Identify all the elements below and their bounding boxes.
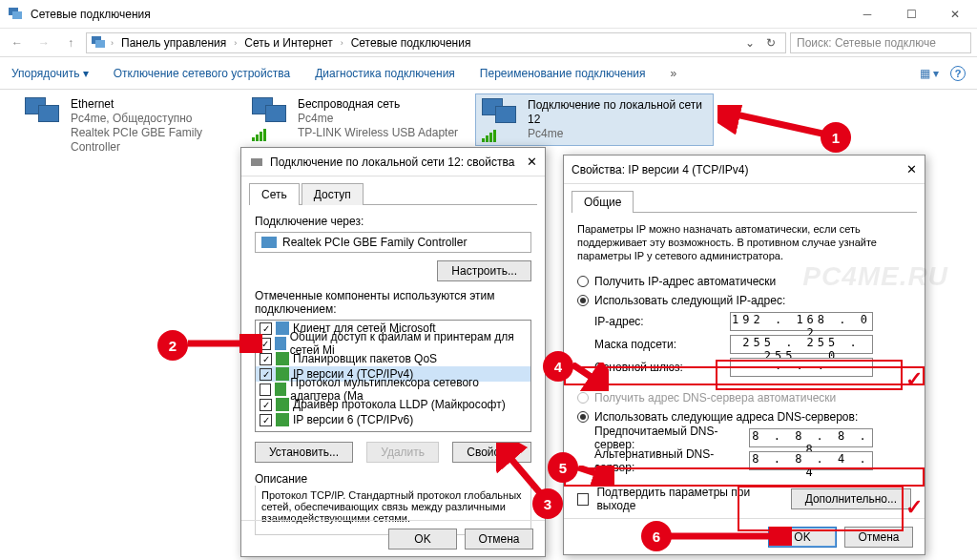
svg-rect-6 xyxy=(276,321,289,335)
tab-general[interactable]: Общие xyxy=(572,191,634,213)
breadcrumb[interactable]: › Панель управления › Сеть и Интернет › … xyxy=(86,32,786,53)
command-bar: Упорядочить ▾ Отключение сетевого устрой… xyxy=(0,57,977,90)
svg-rect-5 xyxy=(261,237,277,248)
back-button[interactable]: ← xyxy=(6,31,29,54)
svg-rect-4 xyxy=(251,158,262,166)
description-heading: Описание xyxy=(255,472,531,486)
cancel-button[interactable]: Отмена xyxy=(844,527,913,548)
checkmark-icon: ✓ xyxy=(905,495,923,520)
disable-device[interactable]: Отключение сетевого устройства xyxy=(114,67,290,80)
svg-rect-9 xyxy=(276,367,289,381)
configure-button[interactable]: Настроить... xyxy=(437,260,531,281)
cancel-button[interactable]: Отмена xyxy=(465,529,533,550)
step-badge: 2 xyxy=(157,330,188,361)
navbar: ← → ↑ › Панель управления › Сеть и Интер… xyxy=(0,29,977,57)
dialog-close-button[interactable]: ✕ xyxy=(527,155,537,169)
gateway-field[interactable]: . . . xyxy=(730,358,873,377)
dialog-title: Подключение по локальной сети 12: свойст… xyxy=(241,148,545,176)
dns1-field[interactable]: 8 . 8 . 8 . 8 xyxy=(749,428,873,447)
dns2-field[interactable]: 8 . 8 . 4 . 4 xyxy=(749,451,873,470)
svg-rect-10 xyxy=(275,383,287,396)
validate-checkbox[interactable] xyxy=(577,493,589,506)
rename-connection[interactable]: Переименование подключения xyxy=(480,67,646,80)
dropdown-icon[interactable]: ⌄ xyxy=(742,36,758,50)
crumb-conn[interactable]: Сетевые подключения xyxy=(348,36,474,50)
svg-rect-12 xyxy=(276,413,289,426)
refresh-icon[interactable]: ↻ xyxy=(763,36,779,50)
ok-button[interactable]: OK xyxy=(768,527,837,548)
search-input[interactable]: Поиск: Сетевые подключе xyxy=(790,32,971,53)
minimize-button[interactable]: ─ xyxy=(845,0,889,29)
adapter-icon xyxy=(249,155,264,170)
crumb-net[interactable]: Сеть и Интернет xyxy=(241,36,335,50)
content-area: Ethernet Pc4me, Общедоступно Realtek PCI… xyxy=(0,90,977,548)
radio-dns-auto: Получить адрес DNS-сервера автоматически xyxy=(577,388,911,407)
tab-network[interactable]: Сеть xyxy=(249,183,300,205)
svg-rect-7 xyxy=(275,337,286,350)
svg-rect-8 xyxy=(276,352,289,365)
dialog-title: Свойства: IP версии 4 (TCP/IPv4) ✕ xyxy=(564,156,925,184)
subnet-mask-field[interactable]: 255 . 255 . 255 . 0 xyxy=(730,335,873,354)
titlebar: Сетевые подключения ─ ☐ ✕ xyxy=(0,0,977,29)
info-text: Параметры IP можно назначать автоматичес… xyxy=(577,222,911,262)
help-icon[interactable]: ? xyxy=(950,66,966,81)
svg-rect-3 xyxy=(95,40,105,48)
view-icon[interactable]: ▦ ▾ xyxy=(920,67,939,80)
remove-button: Удалить xyxy=(366,442,439,463)
close-button[interactable]: ✕ xyxy=(933,0,977,29)
adapter-selector[interactable]: Realtek PCIe GBE Family Controller xyxy=(255,232,531,253)
watermark: PC4ME.RU xyxy=(802,261,948,292)
dialog-ipv4-properties: Свойства: IP версии 4 (TCP/IPv4) ✕ Общие… xyxy=(563,155,925,555)
dialog-connection-properties: Подключение по локальной сети 12: свойст… xyxy=(240,147,546,557)
properties-button[interactable]: Свойства xyxy=(452,442,531,463)
network-icon xyxy=(8,7,23,22)
radio-dns-manual[interactable]: Использовать следующие адреса DNS-сервер… xyxy=(577,407,911,426)
svg-rect-11 xyxy=(276,398,289,411)
organize-menu[interactable]: Упорядочить ▾ xyxy=(11,67,89,80)
radio-ip-manual[interactable]: Использовать следующий IP-адрес: xyxy=(577,291,911,310)
diagnose-connection[interactable]: Диагностика подключения xyxy=(315,67,455,80)
crumb-cp[interactable]: Панель управления xyxy=(118,36,229,50)
maximize-button[interactable]: ☐ xyxy=(889,0,933,29)
window-title: Сетевые подключения xyxy=(31,8,151,21)
dialog-close-button[interactable]: ✕ xyxy=(906,162,917,176)
network-icon xyxy=(91,35,106,51)
adapter-icon xyxy=(261,237,277,248)
connection-local-12[interactable]: Подключение по локальной сети 12 Pc4me xyxy=(475,93,714,146)
ip-address-field[interactable]: 192 . 168 . 0 . 2 xyxy=(730,312,873,331)
checkmark-icon: ✓ xyxy=(905,367,923,392)
advanced-button[interactable]: Дополнительно... xyxy=(791,488,911,509)
svg-rect-1 xyxy=(12,11,22,19)
ok-button[interactable]: OK xyxy=(388,529,457,550)
up-button[interactable]: ↑ xyxy=(59,31,82,54)
arrow-icon xyxy=(717,105,832,153)
forward-button[interactable]: → xyxy=(32,31,55,54)
chevron-right-icon: › xyxy=(108,38,116,48)
connection-ethernet[interactable]: Ethernet Pc4me, Общедоступно Realtek PCI… xyxy=(19,93,239,158)
step-badge: 1 xyxy=(821,122,851,153)
components-listbox[interactable]: ✓Клиент для сетей Microsoft ✓Общий досту… xyxy=(255,320,531,432)
svg-line-13 xyxy=(727,113,822,134)
install-button[interactable]: Установить... xyxy=(255,442,353,463)
connection-wireless[interactable]: Беспроводная сеть Pc4me TP-LINK Wireless… xyxy=(246,93,466,144)
tab-access[interactable]: Доступ xyxy=(301,183,364,205)
